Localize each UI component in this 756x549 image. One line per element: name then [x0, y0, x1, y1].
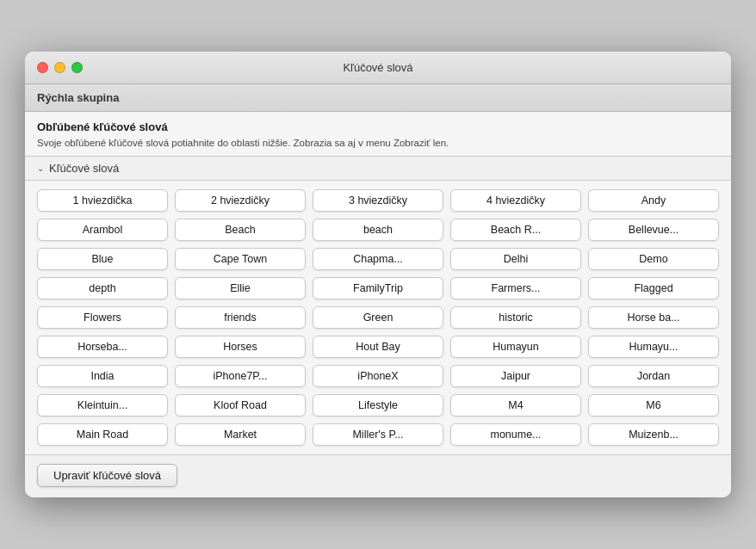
toolbar: Rýchla skupina [25, 84, 731, 112]
keywords-section-header[interactable]: ⌄ Kľúčové slová [25, 156, 731, 181]
keyword-tag[interactable]: Miller's P... [313, 423, 443, 446]
keyword-tag[interactable]: 3 hviezdičky [313, 189, 443, 212]
keywords-header-label: Kľúčové slová [49, 162, 119, 175]
main-window: Kľúčové slová Rýchla skupina Obľúbené kľ… [25, 52, 731, 497]
keyword-tag[interactable]: Kloof Road [175, 394, 306, 416]
keyword-tag[interactable]: Flagged [588, 277, 719, 299]
toolbar-label: Rýchla skupina [37, 91, 119, 104]
keyword-tag[interactable]: Beach [175, 219, 306, 241]
keyword-tag[interactable]: monume... [450, 423, 581, 446]
keyword-tag[interactable]: Beach R... [450, 219, 581, 241]
keyword-tag[interactable]: 1 hviezdička [37, 189, 168, 212]
keyword-tag[interactable]: Andy [588, 189, 719, 212]
keyword-tag[interactable]: Arambol [37, 219, 168, 241]
keyword-tag[interactable]: Horseba... [37, 336, 168, 358]
keyword-tag[interactable]: Muizenb... [588, 423, 719, 446]
keyword-tag[interactable]: Delhi [450, 248, 581, 270]
keyword-tag[interactable]: Main Road [37, 423, 168, 446]
keyword-tag[interactable]: Horses [175, 336, 306, 358]
keyword-tag[interactable]: Jordan [588, 365, 719, 387]
keyword-tag[interactable]: depth [37, 277, 168, 299]
keywords-grid: 1 hviezdička2 hviezdičky3 hviezdičky4 hv… [37, 189, 719, 446]
keyword-tag[interactable]: Horse ba... [588, 306, 719, 329]
keyword-tag[interactable]: Lifestyle [313, 394, 443, 416]
keyword-tag[interactable]: Blue [37, 248, 168, 270]
keyword-tag[interactable]: Jaipur [450, 365, 581, 387]
keyword-tag[interactable]: Market [175, 423, 306, 446]
keyword-tag[interactable]: 2 hviezdičky [175, 189, 306, 212]
maximize-button[interactable] [71, 62, 83, 73]
info-section: Obľúbené kľúčové slová Svoje obľúbené kľ… [25, 112, 731, 155]
window-title: Kľúčové slová [343, 61, 412, 74]
keyword-tag[interactable]: historic [450, 306, 581, 329]
keyword-tag[interactable]: Kleintuin... [37, 394, 168, 416]
keyword-tag[interactable]: beach [313, 219, 443, 241]
info-title: Obľúbené kľúčové slová [37, 120, 719, 133]
edit-keywords-button[interactable]: Upraviť kľúčové slová [37, 464, 177, 487]
minimize-button[interactable] [54, 62, 65, 73]
titlebar: Kľúčové slová [25, 52, 731, 84]
keywords-grid-container: 1 hviezdička2 hviezdičky3 hviezdičky4 hv… [25, 181, 731, 454]
keyword-tag[interactable]: Farmers... [450, 277, 581, 299]
keyword-tag[interactable]: Hout Bay [313, 336, 443, 358]
keyword-tag[interactable]: Humayu... [588, 336, 719, 358]
keyword-tag[interactable]: iPhone7P... [175, 365, 306, 387]
keyword-tag[interactable]: Demo [588, 248, 719, 270]
keyword-tag[interactable]: 4 hviezdičky [450, 189, 581, 212]
traffic-lights [37, 62, 83, 73]
keyword-tag[interactable]: Humayun [450, 336, 581, 358]
keyword-tag[interactable]: M6 [588, 394, 719, 416]
keyword-tag[interactable]: M4 [450, 394, 581, 416]
keyword-tag[interactable]: FamilyTrip [313, 277, 443, 299]
keyword-tag[interactable]: Cape Town [175, 248, 306, 270]
chevron-icon: ⌄ [37, 163, 44, 173]
keyword-tag[interactable]: iPhoneX [313, 365, 443, 387]
keyword-tag[interactable]: Flowers [37, 306, 168, 329]
info-description: Svoje obľúbené kľúčové slová potiahnite … [37, 136, 719, 150]
keyword-tag[interactable]: Green [313, 306, 443, 329]
keyword-tag[interactable]: friends [175, 306, 306, 329]
close-button[interactable] [37, 62, 48, 73]
keyword-tag[interactable]: Bellevue... [588, 219, 719, 241]
footer: Upraviť kľúčové slová [25, 454, 731, 497]
keyword-tag[interactable]: Ellie [175, 277, 306, 299]
keyword-tag[interactable]: Chapma... [313, 248, 443, 270]
keyword-tag[interactable]: India [37, 365, 168, 387]
